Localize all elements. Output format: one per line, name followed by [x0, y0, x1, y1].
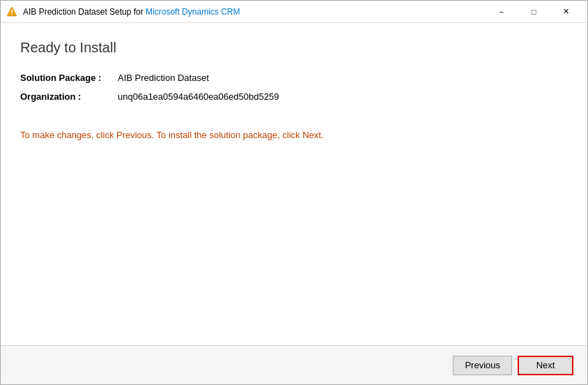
previous-button[interactable]: Previous: [453, 356, 512, 375]
next-button[interactable]: Next: [518, 356, 573, 375]
organization-label: Organization :: [20, 91, 118, 102]
title-bar: AIB Prediction Dataset Setup for Microso…: [1, 1, 587, 23]
minimize-button[interactable]: −: [486, 1, 518, 23]
title-bar-text: AIB Prediction Dataset Setup for Microso…: [23, 7, 486, 17]
main-content: Ready to Install Solution Package : AIB …: [1, 23, 587, 345]
footer: Previous Next: [1, 345, 587, 384]
app-icon: [6, 6, 17, 17]
solution-package-value: AIB Prediction Dataset: [118, 73, 568, 83]
main-window: AIB Prediction Dataset Setup for Microso…: [0, 0, 588, 385]
page-title: Ready to Install: [20, 40, 568, 56]
solution-package-label: Solution Package :: [20, 73, 118, 83]
close-button[interactable]: ✕: [550, 1, 582, 23]
organization-value: unq06a1ea0594a6460ea06ed50bd5259: [118, 91, 568, 102]
svg-point-2: [11, 14, 13, 15]
restore-button[interactable]: □: [518, 1, 550, 23]
instruction-text: To make changes, click Previous. To inst…: [20, 130, 568, 140]
info-grid: Solution Package : AIB Prediction Datase…: [20, 73, 568, 102]
title-bar-controls: − □ ✕: [486, 1, 582, 23]
